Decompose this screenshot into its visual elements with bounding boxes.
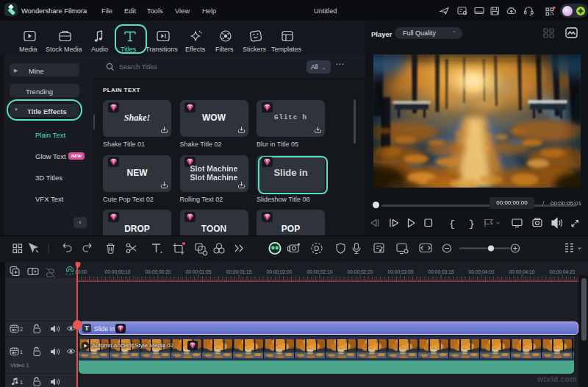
- svg-text:00:00:02:00: 00:00:02:00: [267, 269, 293, 274]
- svg-text:00:00:04:20: 00:00:04:20: [550, 269, 576, 274]
- svg-text:00:00:01:05: 00:00:01:05: [186, 269, 212, 274]
- svg-text:Video 1: Video 1: [10, 362, 29, 369]
- svg-text:00:00:02:10: 00:00:02:10: [307, 269, 333, 274]
- svg-text:00:00:03:05: 00:00:03:05: [388, 269, 414, 274]
- svg-text:00:00:01:15: 00:00:01:15: [226, 269, 252, 274]
- svg-text:00:00:03:15: 00:00:03:15: [429, 269, 454, 274]
- svg-text:00:00:00:20: 00:00:00:20: [146, 269, 171, 274]
- svg-text:2: 2: [20, 326, 23, 333]
- svg-text:{: {: [449, 219, 455, 230]
- svg-text:00:00:04:10: 00:00:04:10: [509, 269, 535, 274]
- svg-text:00:00:02:20: 00:00:02:20: [348, 269, 373, 274]
- svg-text:00:00:04:00: 00:00:04:00: [469, 269, 495, 274]
- svg-text:}: }: [469, 219, 475, 230]
- svg-text:00:00:00:10: 00:00:00:10: [105, 269, 131, 274]
- svg-text:1: 1: [20, 379, 23, 386]
- svg-text:1: 1: [20, 349, 23, 355]
